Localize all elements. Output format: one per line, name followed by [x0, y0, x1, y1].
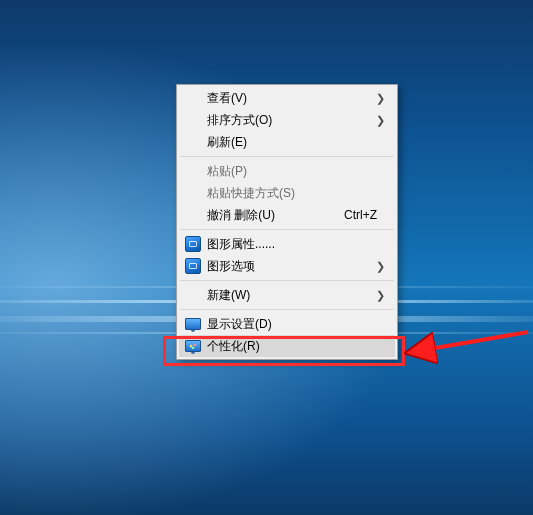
menu-item-label: 排序方式(O) — [207, 112, 376, 129]
menu-item-view[interactable]: 查看(V) ❯ — [179, 87, 395, 109]
menu-item-label: 图形属性...... — [207, 236, 391, 253]
annotation-arrow — [400, 320, 530, 380]
menu-separator — [180, 156, 394, 157]
submenu-caret-icon: ❯ — [376, 92, 391, 105]
personalize-icon — [179, 335, 207, 357]
menu-item-new[interactable]: 新建(W) ❯ — [179, 284, 395, 306]
blank-icon — [179, 131, 207, 153]
blank-icon — [179, 284, 207, 306]
intel-graphics-icon — [179, 255, 207, 277]
blank-icon — [179, 109, 207, 131]
menu-item-graphics-options[interactable]: 图形选项 ❯ — [179, 255, 395, 277]
blank-icon — [179, 182, 207, 204]
menu-item-label: 撤消 删除(U) — [207, 207, 332, 224]
menu-item-label: 刷新(E) — [207, 134, 391, 151]
menu-item-label: 粘贴(P) — [207, 163, 391, 180]
menu-item-shortcut: Ctrl+Z — [332, 208, 391, 222]
menu-item-label: 新建(W) — [207, 287, 376, 304]
menu-item-label: 图形选项 — [207, 258, 376, 275]
menu-item-personalize[interactable]: 个性化(R) — [179, 335, 395, 357]
menu-item-display-settings[interactable]: 显示设置(D) — [179, 313, 395, 335]
blank-icon — [179, 204, 207, 226]
submenu-caret-icon: ❯ — [376, 260, 391, 273]
menu-item-paste: 粘贴(P) — [179, 160, 395, 182]
menu-item-paste-shortcut: 粘贴快捷方式(S) — [179, 182, 395, 204]
submenu-caret-icon: ❯ — [376, 114, 391, 127]
menu-item-graphics-properties[interactable]: 图形属性...... — [179, 233, 395, 255]
desktop-context-menu: 查看(V) ❯ 排序方式(O) ❯ 刷新(E) 粘贴(P) 粘贴快捷方式(S) … — [176, 84, 398, 360]
menu-item-undo-delete[interactable]: 撤消 删除(U) Ctrl+Z — [179, 204, 395, 226]
blank-icon — [179, 160, 207, 182]
submenu-caret-icon: ❯ — [376, 289, 391, 302]
menu-item-label: 粘贴快捷方式(S) — [207, 185, 391, 202]
menu-item-refresh[interactable]: 刷新(E) — [179, 131, 395, 153]
blank-icon — [179, 87, 207, 109]
menu-separator — [180, 309, 394, 310]
menu-item-label: 查看(V) — [207, 90, 376, 107]
monitor-icon — [179, 313, 207, 335]
menu-separator — [180, 280, 394, 281]
menu-item-label: 个性化(R) — [207, 338, 391, 355]
menu-item-sort[interactable]: 排序方式(O) ❯ — [179, 109, 395, 131]
menu-separator — [180, 229, 394, 230]
intel-graphics-icon — [179, 233, 207, 255]
menu-item-label: 显示设置(D) — [207, 316, 391, 333]
